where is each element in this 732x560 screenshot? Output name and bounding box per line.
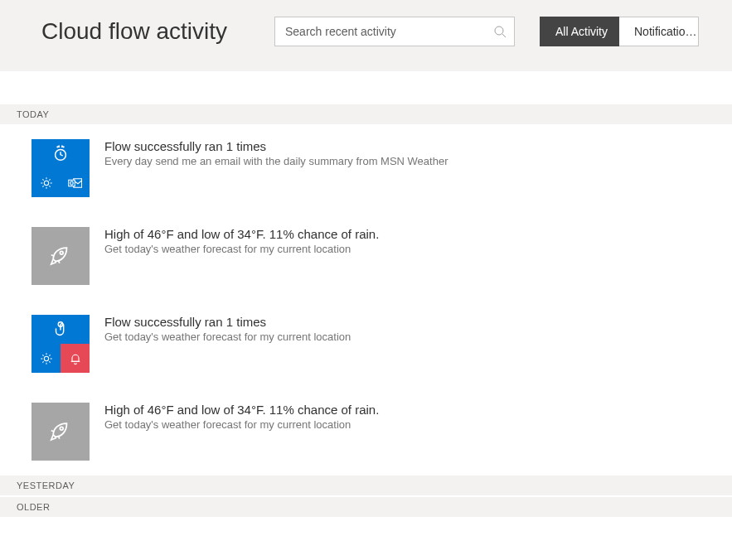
svg-line-27 [49, 361, 50, 362]
svg-line-13 [49, 186, 50, 186]
activity-desc: Get today's weather forecast for my curr… [104, 418, 379, 431]
tab-notifications[interactable]: Notificatio… [619, 17, 699, 46]
svg-point-19 [60, 251, 63, 254]
header: Cloud flow activity All Activity Notific… [0, 0, 732, 71]
svg-point-7 [44, 181, 48, 185]
activity-desc: Get today's weather forecast for my curr… [104, 331, 351, 343]
activity-item[interactable]: High of 46°F and low of 34°F. 11% chance… [0, 388, 732, 476]
section-today: Today [0, 104, 732, 124]
activity-title: Flow successfully ran 1 times [104, 139, 448, 153]
activity-text: Flow successfully ran 1 times Get today'… [104, 315, 351, 343]
touch-icon [32, 315, 90, 344]
activity-title: Flow successfully ran 1 times [104, 315, 351, 329]
activity-thumb [32, 227, 90, 285]
svg-point-31 [60, 427, 63, 430]
section-yesterday: Yesterday [0, 476, 732, 495]
svg-line-12 [42, 179, 43, 180]
section-older: Older [0, 497, 732, 517]
activity-thumb [32, 139, 90, 197]
page-title: Cloud flow activity [41, 18, 227, 45]
svg-line-4 [61, 154, 63, 155]
activity-desc: Get today's weather forecast for my curr… [104, 243, 379, 255]
search-input[interactable] [274, 17, 515, 46]
content: Today [0, 71, 732, 517]
rocket-icon [32, 403, 90, 461]
svg-line-28 [42, 361, 43, 362]
activity-tabs: All Activity Notificatio… [540, 17, 699, 46]
sun-icon [32, 168, 61, 197]
activity-title: High of 46°F and low of 34°F. 11% chance… [104, 227, 379, 241]
activity-title: High of 46°F and low of 34°F. 11% chance… [104, 403, 379, 417]
rocket-icon [32, 227, 90, 285]
tab-all-activity[interactable]: All Activity [540, 17, 619, 46]
svg-line-14 [42, 186, 43, 186]
bell-icon [61, 344, 90, 373]
activity-item[interactable]: Flow successfully ran 1 times Every day … [0, 124, 732, 212]
activity-item[interactable]: Flow successfully ran 1 times Get today'… [0, 300, 732, 388]
clock-icon [32, 139, 90, 168]
search-wrapper [274, 17, 515, 46]
activity-text: Flow successfully ran 1 times Every day … [104, 139, 448, 167]
svg-line-29 [49, 355, 50, 355]
outlook-icon [61, 168, 90, 197]
activity-desc: Every day send me an email with the dail… [104, 155, 448, 167]
svg-line-26 [42, 355, 43, 355]
svg-line-15 [49, 179, 50, 180]
activity-thumb [32, 315, 90, 373]
sun-icon [32, 344, 61, 373]
activity-text: High of 46°F and low of 34°F. 11% chance… [104, 403, 379, 431]
svg-point-21 [44, 356, 48, 360]
activity-text: High of 46°F and low of 34°F. 11% chance… [104, 227, 379, 255]
activity-thumb [32, 403, 90, 461]
activity-item[interactable]: High of 46°F and low of 34°F. 11% chance… [0, 212, 732, 300]
